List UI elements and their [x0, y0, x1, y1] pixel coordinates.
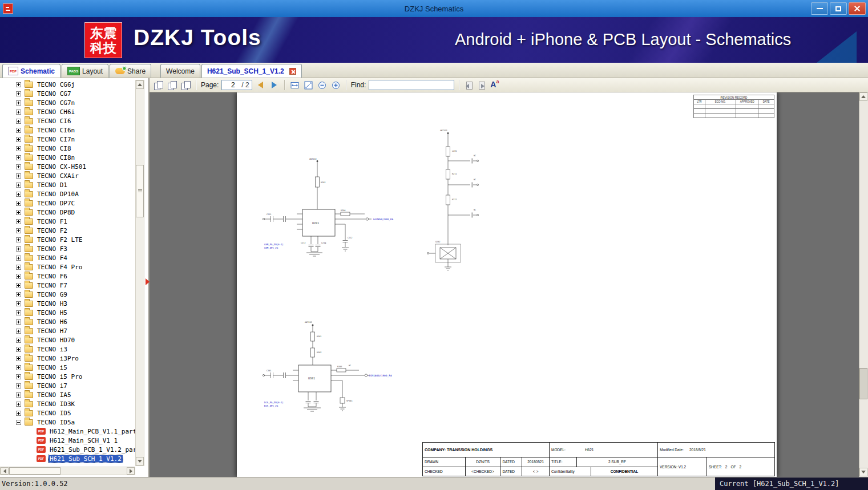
previous-page-button[interactable]: [255, 80, 266, 91]
expand-icon[interactable]: [16, 237, 21, 242]
find-next-icon[interactable]: [477, 80, 486, 90]
tree-folder-row[interactable]: TECNO i5: [0, 363, 135, 372]
expand-icon[interactable]: [16, 137, 21, 142]
sidebar-horizontal-scrollbar[interactable]: [0, 467, 135, 475]
expand-icon[interactable]: [16, 292, 21, 297]
close-button[interactable]: [849, 2, 866, 15]
find-input[interactable]: [369, 80, 454, 90]
tree-folder-row[interactable]: TECNO ID3K: [0, 399, 135, 408]
tree-folder-row[interactable]: TECNO H5: [0, 308, 135, 317]
font-size-icon[interactable]: Aa: [489, 80, 500, 91]
expand-icon[interactable]: [16, 301, 21, 306]
pdf-viewport[interactable]: ANT2G3 R203 C211 C212 R204 C213 C214 U20…: [150, 92, 868, 477]
tree-folder-row[interactable]: TECNO F2 LTE: [0, 235, 135, 244]
content-vscroll-thumb[interactable]: [859, 368, 867, 399]
tree-file-row[interactable]: PDFH612_Main_PCB_V1.1_part p: [0, 427, 135, 436]
expand-icon[interactable]: [16, 319, 21, 325]
book-view-icon[interactable]: [180, 80, 191, 91]
expand-icon[interactable]: [16, 164, 21, 169]
expand-icon[interactable]: [16, 283, 21, 288]
tree-folder-row[interactable]: TECNO F1: [0, 217, 135, 226]
expand-icon[interactable]: [16, 155, 21, 160]
tree-folder-row[interactable]: TECNO CI8n: [0, 153, 135, 162]
sidebar-scroll-up-button[interactable]: [136, 80, 144, 89]
facing-pages-view-icon[interactable]: [167, 80, 177, 91]
doc-tab-welcome[interactable]: Welcome: [160, 64, 200, 78]
expand-icon[interactable]: [16, 219, 21, 224]
tree-folder-row[interactable]: TECNO ID5a: [0, 418, 135, 427]
tree-folder-row[interactable]: TECNO CX-H501: [0, 162, 135, 171]
tree-folder-row[interactable]: TECNO CG7: [0, 89, 135, 98]
tree-file-row[interactable]: PDFH621_Sub_PCB_1_V1.2_part: [0, 445, 135, 454]
expand-icon[interactable]: [16, 246, 21, 252]
expand-icon[interactable]: [16, 310, 21, 315]
expand-icon[interactable]: [16, 100, 21, 106]
tree-folder-row[interactable]: TECNO F6: [0, 272, 135, 281]
tree-folder-row[interactable]: TECNO G9: [0, 290, 135, 299]
minimize-button[interactable]: [811, 2, 828, 15]
tab-schematic[interactable]: PDF Schematic: [2, 64, 60, 78]
tree-folder-row[interactable]: TECNO CG7n: [0, 98, 135, 107]
tree-folder-row[interactable]: TECNO F4 Pro: [0, 262, 135, 272]
tree-file-row[interactable]: PDFH612_Main_SCH_V1 1: [0, 436, 135, 445]
expand-icon[interactable]: [16, 173, 21, 179]
tree-folder-row[interactable]: TECNO D1: [0, 180, 135, 189]
fit-width-icon[interactable]: [289, 80, 300, 91]
expand-icon[interactable]: [16, 256, 21, 261]
tree-folder-row[interactable]: TECNO F4: [0, 253, 135, 262]
tree-folder-row[interactable]: TECNO i3Pro: [0, 354, 135, 363]
tree-folder-row[interactable]: TECNO H3: [0, 299, 135, 308]
expand-icon[interactable]: [16, 383, 21, 388]
expand-icon[interactable]: [16, 228, 21, 233]
tree-folder-row[interactable]: TECNO i7: [0, 381, 135, 390]
sidebar-scroll-left-button[interactable]: [1, 467, 9, 475]
zoom-out-icon[interactable]: [317, 80, 328, 91]
expand-icon[interactable]: [16, 402, 21, 407]
sidebar-scroll-right-button[interactable]: [127, 467, 135, 475]
zoom-in-icon[interactable]: [330, 80, 341, 91]
expand-icon[interactable]: [16, 374, 21, 379]
tree-folder-row[interactable]: TECNO CI7n: [0, 135, 135, 144]
content-vertical-scrollbar[interactable]: [859, 92, 868, 477]
next-page-button[interactable]: [269, 80, 280, 91]
expand-icon[interactable]: [16, 274, 21, 279]
sidebar-vscroll-thumb[interactable]: [136, 165, 144, 217]
tree-folder-row[interactable]: TECNO F7: [0, 281, 135, 290]
tree-folder-row[interactable]: TECNO H6: [0, 317, 135, 326]
tree-folder-row[interactable]: TECNO CG6j: [0, 80, 135, 89]
tree-folder-row[interactable]: TECNO HD70: [0, 335, 135, 345]
expand-icon[interactable]: [16, 192, 21, 197]
find-previous-icon[interactable]: [464, 80, 474, 90]
expand-icon[interactable]: [16, 265, 21, 270]
expand-icon[interactable]: [16, 210, 21, 215]
doc-tab-h621-sub-sch[interactable]: H621_Sub_SCH_1_V1.2: [201, 64, 302, 78]
expand-icon[interactable]: [16, 392, 21, 398]
tree-file-row[interactable]: PDFH621_Sub_SCH_1_V1.2: [0, 454, 135, 463]
tree-folder-row[interactable]: TECNO DP7C: [0, 199, 135, 208]
expand-icon[interactable]: [16, 329, 21, 334]
expand-icon[interactable]: [16, 146, 21, 151]
sidebar-hscroll-thumb[interactable]: [9, 467, 60, 475]
expand-icon[interactable]: [16, 201, 21, 206]
expand-icon[interactable]: [16, 91, 21, 96]
tree-folder-row[interactable]: TECNO CH6i: [0, 107, 135, 116]
expand-icon[interactable]: [16, 128, 21, 133]
expand-icon[interactable]: [16, 183, 21, 188]
tree-folder-row[interactable]: TECNO F3: [0, 244, 135, 253]
content-scroll-down-button[interactable]: [859, 468, 867, 476]
tree-folder-row[interactable]: TECNO H7: [0, 326, 135, 335]
tree-folder-row[interactable]: TECNO F2: [0, 226, 135, 235]
content-scroll-up-button[interactable]: [859, 92, 867, 101]
tree-folder-row[interactable]: TECNO DP10A: [0, 189, 135, 199]
sidebar-scroll-down-button[interactable]: [136, 457, 144, 465]
tab-share[interactable]: Share: [110, 64, 151, 78]
tree-folder-row[interactable]: TECNO CI6: [0, 116, 135, 125]
expand-icon[interactable]: [16, 110, 21, 115]
expand-icon[interactable]: [16, 82, 21, 87]
expand-icon[interactable]: [16, 356, 21, 361]
tree-folder-row[interactable]: TECNO CI6n: [0, 125, 135, 135]
single-page-view-icon[interactable]: [153, 80, 164, 91]
expand-icon[interactable]: [16, 119, 21, 124]
tree-folder-row[interactable]: TECNO CI8: [0, 144, 135, 153]
sidebar-collapse-arrow[interactable]: [146, 278, 150, 285]
